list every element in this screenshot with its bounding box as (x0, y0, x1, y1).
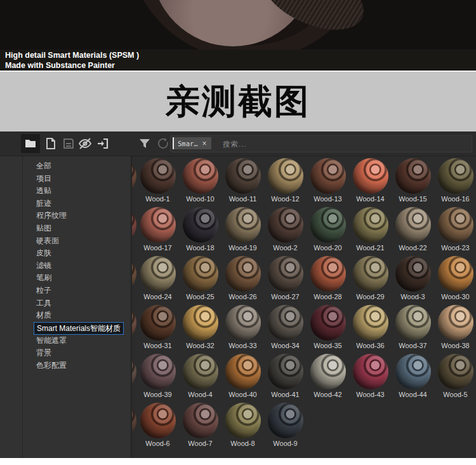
export-icon[interactable] (93, 134, 112, 153)
material-sphere[interactable] (225, 354, 261, 389)
material-tile-wood-18[interactable]: Wood-18 (179, 205, 221, 254)
sidebar-item-dirt[interactable]: 脏迹 (0, 198, 130, 210)
material-sphere[interactable] (310, 158, 346, 194)
material-sphere[interactable] (225, 305, 261, 340)
material-tile-wood-32[interactable]: Wood-32 (179, 303, 221, 352)
material-sphere[interactable] (225, 158, 261, 194)
material-tile-wood-12[interactable]: Wood-12 (264, 156, 307, 205)
material-sphere[interactable] (353, 207, 388, 243)
material-tile-wood-36[interactable]: Wood-36 (349, 303, 392, 352)
material-sphere[interactable] (438, 207, 473, 243)
material-tile-wood-2[interactable]: Wood-2 (264, 205, 307, 254)
material-tile-wood-8[interactable]: Wood-8 (221, 401, 264, 450)
material-tile-wood-16[interactable]: Wood-16 (434, 156, 476, 205)
material-tile-wood-44[interactable]: Wood-44 (392, 352, 434, 401)
material-sphere[interactable] (140, 305, 176, 340)
material-tile-wood-26[interactable]: Wood-26 (221, 254, 264, 303)
material-sphere[interactable] (225, 207, 261, 243)
material-sphere[interactable] (395, 207, 431, 243)
material-tile-wood-40[interactable]: Wood-40 (221, 352, 264, 401)
material-sphere[interactable] (310, 305, 346, 340)
material-tile-wood-29[interactable]: Wood-29 (349, 254, 392, 303)
sidebar-item-smart-materials[interactable]: Smart Materials智能材质 (0, 322, 130, 335)
material-tile-wood-35[interactable]: Wood-35 (307, 303, 349, 352)
material-tile-wood-7[interactable]: Wood-7 (179, 401, 221, 450)
material-tile-wood-31[interactable]: Wood-31 (136, 303, 179, 352)
material-tile-wood-4[interactable]: Wood-4 (179, 352, 221, 401)
material-sphere[interactable] (438, 256, 473, 292)
material-tile-wood-6[interactable]: Wood-6 (136, 401, 179, 450)
material-tile-wood-13[interactable]: Wood-13 (307, 156, 349, 205)
material-tile-wood-30[interactable]: Wood-30 (434, 254, 476, 303)
sidebar-item-all[interactable]: 全部 (0, 160, 130, 173)
sidebar-item-procedural[interactable]: 程序纹理 (0, 210, 130, 222)
material-sphere[interactable] (310, 354, 346, 389)
material-tile-wood-23[interactable]: Wood-23 (434, 205, 476, 254)
material-sphere[interactable] (268, 207, 303, 243)
material-tile-wood-37[interactable]: Wood-37 (392, 303, 434, 352)
material-tile-wood-38[interactable]: Wood-38 (434, 303, 476, 352)
material-tile-wood-43[interactable]: Wood-43 (349, 352, 392, 401)
sidebar-item-tools[interactable]: 工具 (0, 297, 130, 310)
material-sphere[interactable] (140, 158, 176, 194)
material-tile-wood-28[interactable]: Wood-28 (307, 254, 349, 303)
material-sphere[interactable] (268, 158, 303, 194)
close-icon[interactable]: × (202, 140, 207, 147)
material-sphere[interactable] (438, 305, 473, 340)
material-sphere[interactable] (353, 256, 388, 292)
material-sphere[interactable] (268, 305, 303, 340)
material-tile-wood-19[interactable]: Wood-19 (221, 205, 264, 254)
sidebar-item-color-profile[interactable]: 色彩配置 (0, 360, 130, 372)
material-sphere[interactable] (310, 207, 346, 243)
material-sphere[interactable] (268, 403, 303, 438)
material-sphere[interactable] (395, 305, 431, 340)
sidebar-item-project[interactable]: 项目 (0, 173, 130, 185)
material-tile-wood-33[interactable]: Wood-33 (221, 303, 264, 352)
material-sphere[interactable] (225, 403, 261, 438)
material-sphere[interactable] (183, 403, 218, 438)
material-sphere[interactable] (183, 305, 218, 340)
material-sphere[interactable] (183, 158, 218, 194)
material-sphere[interactable] (225, 256, 261, 292)
new-file-icon[interactable] (41, 134, 60, 153)
material-tile-wood-10[interactable]: Wood-10 (179, 156, 221, 205)
material-sphere[interactable] (183, 207, 218, 243)
material-sphere[interactable] (353, 354, 388, 389)
sidebar-item-particles[interactable]: 粒子 (0, 285, 130, 297)
eye-hidden-icon[interactable] (76, 134, 95, 153)
material-sphere[interactable] (140, 354, 176, 389)
funnel-icon[interactable] (135, 134, 154, 153)
material-tile-wood-25[interactable]: Wood-25 (179, 254, 221, 303)
sidebar-item-filter[interactable]: 滤镜 (0, 260, 130, 273)
sidebar-item-smart-masks[interactable]: 智能遮罩 (0, 335, 130, 347)
material-tile-wood-1[interactable]: Wood-1 (136, 156, 179, 205)
material-sphere[interactable] (353, 305, 388, 340)
material-tile-wood-21[interactable]: Wood-21 (349, 205, 392, 254)
material-tile-wood-41[interactable]: Wood-41 (264, 352, 307, 401)
filter-tag-chip[interactable]: Smar… × (173, 137, 211, 149)
material-sphere[interactable] (140, 403, 176, 438)
material-tile-wood-14[interactable]: Wood-14 (349, 156, 392, 205)
material-tile-wood-11[interactable]: Wood-11 (221, 156, 264, 205)
sidebar-item-materials[interactable]: 材质 (0, 309, 130, 322)
material-sphere[interactable] (140, 207, 176, 243)
material-sphere[interactable] (438, 158, 473, 194)
material-tile-wood-15[interactable]: Wood-15 (392, 156, 434, 205)
sidebar-item-skin[interactable]: 皮肤 (0, 247, 130, 260)
material-sphere[interactable] (353, 158, 388, 194)
sidebar-item-texture[interactable]: 贴图 (0, 222, 130, 235)
material-sphere[interactable] (395, 256, 431, 292)
material-tile-wood-17[interactable]: Wood-17 (136, 205, 179, 254)
material-sphere[interactable] (268, 256, 303, 292)
material-tile-wood-34[interactable]: Wood-34 (264, 303, 307, 352)
search-box[interactable]: Smar… × (170, 135, 472, 152)
material-sphere[interactable] (395, 158, 431, 194)
material-sphere[interactable] (140, 256, 176, 292)
material-tile-wood-42[interactable]: Wood-42 (307, 352, 349, 401)
material-tile-wood-20[interactable]: Wood-20 (307, 205, 349, 254)
material-tile-wood-24[interactable]: Wood-24 (136, 254, 179, 303)
search-input[interactable] (221, 136, 465, 152)
material-tile-wood-9[interactable]: Wood-9 (264, 401, 307, 450)
material-tile-wood-22[interactable]: Wood-22 (392, 205, 434, 254)
sidebar-item-brush[interactable]: 笔刷 (0, 272, 130, 285)
